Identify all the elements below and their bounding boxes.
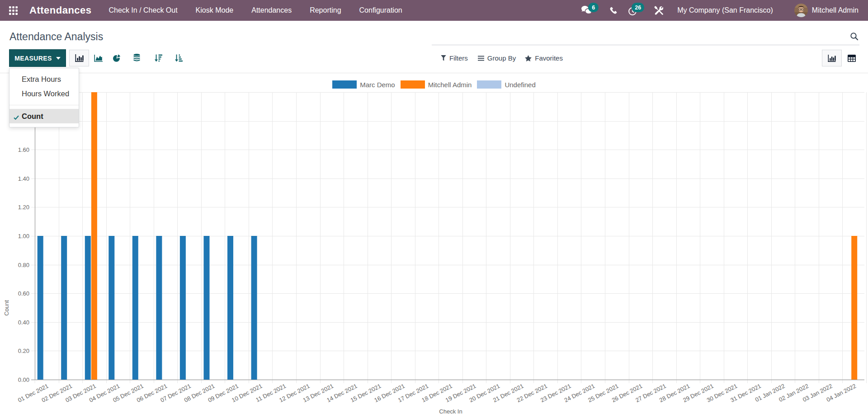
pivot-view-icon bbox=[848, 55, 856, 62]
graph-view-button[interactable] bbox=[822, 50, 842, 66]
measure-item-label: Hours Worked bbox=[22, 89, 69, 98]
company-switcher[interactable]: My Company (San Francisco) bbox=[677, 6, 773, 14]
line-chart-button[interactable] bbox=[89, 50, 108, 66]
y-tick-label: 1.40 bbox=[18, 175, 29, 182]
user-menu[interactable]: Mitchell Admin bbox=[794, 0, 868, 21]
legend-item[interactable]: Mitchell Admin bbox=[401, 80, 472, 89]
measure-item-label: Count bbox=[22, 112, 43, 121]
y-tick-label: 1.60 bbox=[18, 146, 29, 153]
y-tick-label: 0.00 bbox=[18, 376, 29, 383]
legend-label: Mitchell Admin bbox=[428, 81, 472, 89]
favorites-label: Favorites bbox=[535, 54, 563, 62]
sort-amount-asc-icon bbox=[175, 54, 183, 62]
bar-marc-demo-04-Dec-2021 bbox=[108, 236, 114, 380]
pivot-view-button[interactable] bbox=[842, 50, 862, 66]
graph-type-buttons bbox=[69, 50, 188, 66]
attendance-chart: 0.000.200.400.600.801.001.201.401.601.80… bbox=[0, 74, 868, 418]
y-tick-label: 1.00 bbox=[18, 233, 29, 240]
measure-item-count[interactable]: Count bbox=[9, 109, 79, 123]
measures-button-label: MEASURES bbox=[14, 55, 52, 62]
search-options: Filters Group By Favorites bbox=[441, 50, 563, 66]
systray: 6 26 My Company (San Francisco) bbox=[579, 0, 868, 21]
pie-chart-icon bbox=[113, 54, 121, 62]
bar-marc-demo-06-Dec-2021 bbox=[156, 236, 162, 380]
y-tick-label: 0.60 bbox=[18, 290, 29, 297]
search-icon[interactable] bbox=[850, 32, 859, 42]
area-chart-icon bbox=[94, 55, 103, 62]
bar-marc-demo-05-Dec-2021 bbox=[132, 236, 138, 380]
graph-view-icon bbox=[828, 55, 836, 62]
chart-legend: Marc DemoMitchell AdminUndefined bbox=[0, 80, 868, 89]
legend-swatch bbox=[332, 80, 357, 89]
group-by-button[interactable]: Group By bbox=[478, 54, 516, 62]
dropdown-separator bbox=[9, 105, 79, 105]
bar-chart-button[interactable] bbox=[69, 50, 89, 66]
user-avatar bbox=[794, 4, 808, 17]
x-axis-title: Check In bbox=[415, 408, 487, 415]
measures-button[interactable]: MEASURES bbox=[9, 49, 66, 67]
messages-badge: 6 bbox=[588, 3, 599, 12]
star-icon bbox=[525, 55, 532, 61]
filters-button[interactable]: Filters bbox=[441, 54, 468, 62]
y-tick-label: 0.20 bbox=[18, 348, 29, 354]
y-tick-label: 0.40 bbox=[18, 319, 29, 326]
activities-badge: 26 bbox=[632, 3, 644, 12]
menu-reporting[interactable]: Reporting bbox=[301, 0, 350, 21]
page-title: Attendance Analysis bbox=[9, 31, 103, 43]
bar-marc-demo-02-Dec-2021 bbox=[61, 236, 67, 380]
menu-check-in-check-out[interactable]: Check In / Check Out bbox=[100, 0, 187, 21]
search-input[interactable] bbox=[432, 31, 859, 45]
apps-grid-icon bbox=[9, 6, 18, 15]
avatar-photo bbox=[794, 4, 808, 17]
bar-marc-demo-08-Dec-2021 bbox=[204, 236, 210, 380]
sort-descending-button[interactable] bbox=[147, 50, 169, 66]
legend-item[interactable]: Undefined bbox=[477, 80, 535, 89]
bar-mitchell-admin-03-Dec-2021 bbox=[91, 92, 97, 380]
control-panel: Attendance Analysis MEASURES bbox=[0, 21, 868, 73]
bar-marc-demo-03-Dec-2021 bbox=[85, 236, 91, 380]
bar-marc-demo-07-Dec-2021 bbox=[180, 236, 186, 380]
legend-item[interactable]: Marc Demo bbox=[332, 80, 395, 89]
stacked-toggle-button[interactable] bbox=[126, 50, 147, 66]
view-switcher bbox=[822, 50, 862, 66]
caret-down-icon bbox=[56, 57, 61, 60]
menu-attendances[interactable]: Attendances bbox=[242, 0, 301, 21]
messages-menu-button[interactable]: 6 bbox=[579, 0, 594, 21]
menu-kiosk-mode[interactable]: Kiosk Mode bbox=[187, 0, 243, 21]
bar-mitchell-admin-04-Jan-2022 bbox=[851, 236, 857, 380]
bar-marc-demo-01-Dec-2021 bbox=[38, 236, 43, 380]
sort-amount-desc-icon bbox=[155, 54, 162, 62]
bar-chart-icon bbox=[75, 54, 84, 62]
legend-label: Marc Demo bbox=[360, 81, 395, 89]
user-name: Mitchell Admin bbox=[812, 6, 859, 14]
pie-chart-button[interactable] bbox=[108, 50, 126, 66]
y-axis-title: Count bbox=[3, 291, 10, 325]
filter-icon bbox=[441, 55, 446, 61]
group-by-icon bbox=[478, 56, 484, 61]
sort-ascending-button[interactable] bbox=[169, 50, 188, 66]
apps-menu-button[interactable] bbox=[0, 0, 27, 21]
measure-item-extra-hours[interactable]: Extra Hours bbox=[9, 72, 79, 86]
measure-item-hours-worked[interactable]: Hours Worked bbox=[9, 86, 79, 101]
group-by-label: Group By bbox=[487, 54, 516, 62]
favorites-button[interactable]: Favorites bbox=[525, 54, 563, 62]
menu-configuration[interactable]: Configuration bbox=[350, 0, 411, 21]
y-tick-label: 1.20 bbox=[18, 204, 29, 211]
measure-item-label: Extra Hours bbox=[22, 75, 61, 84]
check-icon bbox=[14, 113, 19, 122]
legend-swatch bbox=[477, 80, 501, 89]
measures-dropdown: Extra Hours Hours Worked Count bbox=[9, 68, 79, 127]
bar-marc-demo-10-Dec-2021 bbox=[251, 236, 257, 380]
activities-menu-button[interactable]: 26 bbox=[625, 0, 640, 21]
legend-label: Undefined bbox=[505, 81, 535, 89]
main-menu: Check In / Check Out Kiosk Mode Attendan… bbox=[100, 0, 411, 21]
app-brand[interactable]: Attendances bbox=[29, 5, 92, 16]
y-tick-label: 0.80 bbox=[18, 262, 29, 268]
debug-tools-button[interactable] bbox=[651, 0, 666, 21]
database-icon bbox=[133, 54, 140, 62]
phone-icon bbox=[609, 7, 617, 14]
voip-button[interactable] bbox=[605, 0, 621, 21]
bar-chart-canvas: 0.000.200.400.600.801.001.201.401.601.80… bbox=[0, 74, 868, 418]
tools-icon bbox=[654, 6, 664, 15]
bar-marc-demo-09-Dec-2021 bbox=[227, 236, 233, 380]
